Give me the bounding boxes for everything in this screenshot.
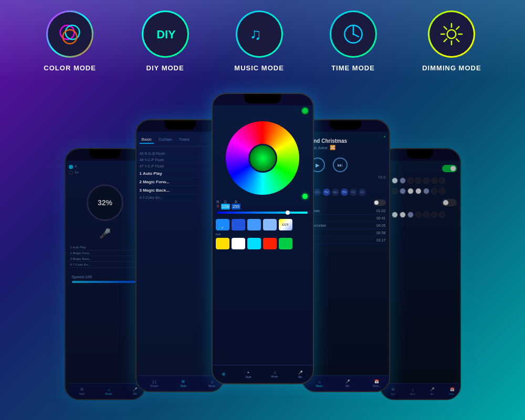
p4-track-list: ...ristmas01:02 ...by00:41 ...e Porcelai… [305,207,386,244]
phone-3-screen: R 0 G 109 B 255 [213,106,313,383]
preset-blue-dark[interactable]: ✓ [216,219,229,230]
list-item[interactable]: 1 Auto Play [140,170,220,178]
day-we[interactable]: WE [332,188,339,196]
p4-mic-icon[interactable]: 🎤Mic [345,380,350,387]
rgb-b-value: B 255 [232,200,240,209]
percent-circle: 32% [87,184,123,221]
preset-blue-pale[interactable] [263,219,277,230]
dot [415,177,422,184]
shuffle-icon: 🔀 [330,145,335,150]
list-item[interactable]: ...e Porcelain04:05 [305,222,386,229]
p5-bottom-nav: ⊞Style ♫Music 🎤Mic 📅Sche... [384,383,460,399]
p3-mic-icon[interactable]: 🎤Mic [298,371,303,379]
list-item: 47 Y-C-P Flush [140,163,220,170]
day-sa[interactable]: SA [359,188,366,196]
p2-track-list: 45 R-G-B Flush 46 Y-C-P Flush 47 Y-C-P F… [140,150,220,202]
slider-thumb[interactable] [286,211,290,215]
dot [439,212,445,218]
p4-music-icon[interactable]: ♫Music [316,380,323,387]
svg-text:♫: ♫ [249,25,261,43]
preset-red[interactable] [263,238,277,249]
phone-5-wrapper: On [390,132,461,384]
dot [439,177,445,184]
p5-off-toggle-row: Off [384,199,457,206]
svg-line-16 [457,27,459,29]
color-wheel[interactable] [226,121,299,195]
p5-music-icon[interactable]: ♫Music [410,388,415,395]
list-item[interactable]: 00:58 [305,229,386,237]
mode-time[interactable]: TIME MODE [330,10,377,72]
speed-value: Speed:100 [69,273,142,281]
rgb-g-value: G 109 [221,200,230,209]
day-mo[interactable]: MO [314,188,321,196]
p1-bottom-nav: ⊞Style ♫Music 🎤Mic [69,383,145,399]
mode-music[interactable]: ♫ MUSIC MODE [234,10,284,72]
dimming-mode-circle [428,10,475,58]
bottom-preset-icon[interactable]: |↑|Preset [151,380,158,387]
p4-controls: ▶ ⏭ [310,158,381,172]
color-circles-icon [57,21,83,47]
bottom-music-icon[interactable]: ♫Music [106,388,112,395]
p3-music-icon[interactable]: ♫Music [271,371,278,378]
list-item: 45 R-G-B Flush [140,151,220,157]
cct-button[interactable]: CCT [279,219,292,230]
p5-schedule-icon[interactable]: 📅Sche... [449,387,455,395]
phone-2-wrapper: Basic Curtain Trans 45 R-G-B Flush 46 Y-… [135,111,212,384]
diy-icon: DIY [152,21,178,47]
list-item: 4 7-Color En... [140,195,220,201]
day-tu[interactable]: TU [323,188,330,196]
preset-green[interactable] [279,238,292,249]
phone-2-notch [164,120,196,130]
tab-trans[interactable]: Trans [177,136,192,144]
preset-blue-mid[interactable] [232,219,245,230]
p3-style-icon[interactable]: ✦Style [245,371,251,379]
preset-cyan[interactable] [247,238,261,249]
dimming-mode-label: DIMMING MODE [422,64,481,72]
preset-white[interactable] [232,238,245,249]
dot [439,188,445,194]
off-toggle[interactable] [442,199,457,206]
music-mode-circle: ♫ [236,10,283,58]
time-mode-label: TIME MODE [331,64,375,72]
phone-4[interactable]: ● Island Christmas Digital Juice 🔀 ▶ ⏭ 0… [301,119,390,392]
p5-style-icon[interactable]: ⊞Style [391,387,395,395]
phone-3[interactable]: R 0 G 109 B 255 [212,93,314,384]
preset-blue-light[interactable] [247,219,261,230]
diy-mode-label: DIY MODE [146,64,184,72]
bottom-style-icon[interactable]: ⊞Style [79,387,85,395]
mode-dimming[interactable]: DIMMING MODE [422,10,481,72]
dot [423,188,429,194]
list-item[interactable]: 3 Magic Back... [140,186,220,195]
on-toggle[interactable] [442,165,457,172]
day-fr[interactable]: FR [350,188,357,196]
dot [407,177,414,184]
phone-5[interactable]: On [380,148,461,400]
skip-forward-button[interactable]: ⏭ [333,158,348,172]
diy-mode-circle: DIY [142,10,189,58]
color-wheel-center [248,144,277,173]
p4-bottom-nav: ♫Music 🎤Mic 📅Sche... [305,375,389,391]
bottom-style2-icon[interactable]: ⊞Style [181,380,186,387]
p2-tabs: Basic Curtain Trans [140,136,220,146]
tab-curtain[interactable]: Curtain [156,136,174,144]
p5-dots-row1 [384,175,457,186]
list-item[interactable]: 03:17 [305,237,386,244]
p5-on-toggle-row: On [384,165,457,172]
phones-section: P. Ex. 32% 🎤 1 Auto Play 2 Magic Forw...… [0,80,525,384]
tab-basic[interactable]: Basic [140,136,154,144]
mode-color[interactable]: COLOR MODE [44,10,96,72]
day-th[interactable]: TH [341,188,348,196]
music-note-icon: ♫ [246,21,272,47]
p3-grid-icon[interactable]: ⊞ [222,372,225,376]
p3-bottom-nav: ⊞ ✦Style ♫Music 🎤Mic [213,365,313,383]
list-item[interactable]: ...ristmas01:02 [305,207,386,215]
p4-schedule-icon[interactable]: 📅Sche... [373,380,381,387]
p5-mic-icon[interactable]: 🎤Mic [430,387,435,395]
p1-track-list: 1 Auto Play 2 Magic Forw... 3 Magic Back… [69,242,142,270]
list-item[interactable]: ...by00:41 [305,215,386,222]
color-slider[interactable] [217,212,308,214]
list-item[interactable]: 2 Magic Forw... [140,178,220,186]
preset-yellow[interactable] [216,238,229,249]
mode-diy[interactable]: DIY DIY MODE [142,10,189,72]
phone-1[interactable]: P. Ex. 32% 🎤 1 Auto Play 2 Magic Forw...… [65,148,146,400]
